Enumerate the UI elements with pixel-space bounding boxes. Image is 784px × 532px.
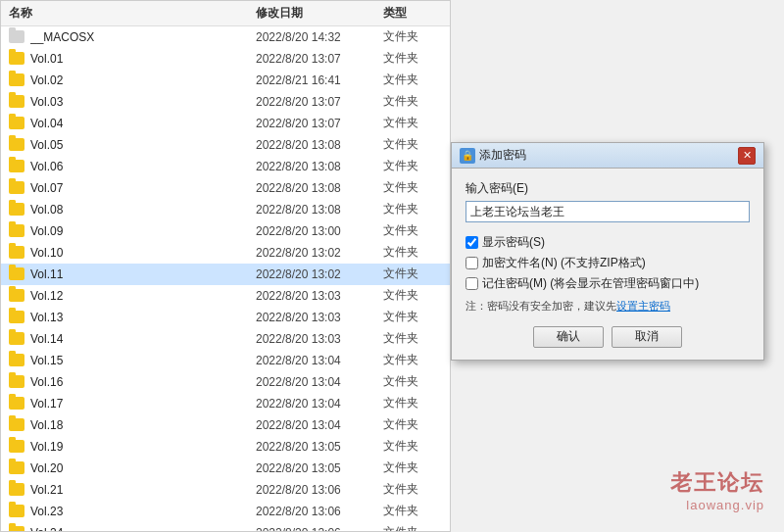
table-row[interactable]: Vol.192022/8/20 13:05文件夹 [1, 436, 450, 458]
table-row[interactable]: Vol.072022/8/20 13:08文件夹 [1, 177, 450, 199]
file-list-container[interactable]: 名称 修改日期 类型 __MACOSX2022/8/20 14:32文件夹Vol… [0, 0, 451, 532]
folder-icon [9, 354, 28, 366]
file-date: 2022/8/20 13:03 [256, 332, 383, 346]
file-name: Vol.06 [30, 160, 256, 173]
watermark-english: laowang.vip [670, 498, 764, 512]
file-type: 文件夹 [383, 244, 442, 261]
file-date: 2022/8/20 13:07 [256, 95, 383, 109]
table-row[interactable]: __MACOSX2022/8/20 14:32文件夹 [1, 26, 450, 48]
table-row[interactable]: Vol.082022/8/20 13:08文件夹 [1, 199, 450, 220]
file-type: 文件夹 [383, 524, 442, 532]
cancel-button[interactable]: 取消 [612, 326, 682, 348]
file-name: Vol.24 [30, 526, 256, 533]
table-row[interactable]: Vol.112022/8/20 13:02文件夹 [1, 264, 450, 285]
col-header-date: 修改日期 [256, 5, 383, 22]
master-password-link[interactable]: 设置主密码 [616, 300, 670, 312]
table-row[interactable]: Vol.152022/8/20 13:04文件夹 [1, 350, 450, 371]
folder-icon [9, 95, 28, 108]
file-type: 文件夹 [383, 373, 442, 390]
folder-icon [9, 397, 28, 410]
file-name: Vol.15 [30, 354, 256, 367]
table-row[interactable]: Vol.012022/8/20 13:07文件夹 [1, 48, 450, 70]
file-type: 文件夹 [383, 438, 442, 455]
table-row[interactable]: Vol.042022/8/20 13:07文件夹 [1, 113, 450, 134]
file-name: Vol.23 [30, 505, 256, 518]
table-row[interactable]: Vol.182022/8/20 13:04文件夹 [1, 414, 450, 436]
input-label: 输入密码(E) [466, 180, 750, 197]
folder-icon [9, 224, 28, 237]
file-date: 2022/8/20 13:08 [256, 181, 383, 195]
folder-icon [9, 117, 28, 129]
folder-icon [9, 526, 28, 532]
file-name: Vol.11 [30, 267, 256, 281]
file-type: 文件夹 [383, 50, 442, 67]
table-row[interactable]: Vol.062022/8/20 13:08文件夹 [1, 156, 450, 177]
table-row[interactable]: Vol.232022/8/20 13:06文件夹 [1, 501, 450, 522]
col-header-name: 名称 [9, 5, 256, 22]
folder-icon [9, 311, 28, 323]
file-date: 2022/8/20 14:32 [256, 30, 383, 44]
table-row[interactable]: Vol.092022/8/20 13:00文件夹 [1, 220, 450, 242]
dialog-body: 输入密码(E) 显示密码(S) 加密文件名(N) (不支持ZIP格式) 记住密码… [452, 169, 763, 360]
file-name: Vol.21 [30, 483, 256, 497]
file-date: 2022/8/20 13:08 [256, 138, 383, 152]
file-date: 2022/8/20 13:07 [256, 52, 383, 66]
file-type: 文件夹 [383, 179, 442, 196]
file-type: 文件夹 [383, 158, 442, 174]
file-type: 文件夹 [383, 222, 442, 239]
confirm-button[interactable]: 确认 [533, 326, 604, 348]
checkbox-remember-pwd-row: 记住密码(M) (将会显示在管理密码窗口中) [466, 275, 750, 292]
table-row[interactable]: Vol.142022/8/20 13:03文件夹 [1, 328, 450, 350]
show-password-checkbox[interactable] [466, 236, 478, 249]
folder-icon [9, 418, 28, 431]
dialog-close-button[interactable]: ✕ [738, 147, 756, 165]
file-name: Vol.20 [30, 461, 256, 475]
table-row[interactable]: Vol.022022/8/21 16:41文件夹 [1, 70, 450, 91]
file-date: 2022/8/20 13:00 [256, 224, 383, 238]
file-name: Vol.10 [30, 246, 256, 260]
password-input[interactable] [466, 201, 750, 222]
table-row[interactable]: Vol.122022/8/20 13:03文件夹 [1, 285, 450, 307]
col-header-type: 类型 [383, 5, 442, 22]
dialog-icon: 🔒 [460, 148, 475, 164]
file-rows: __MACOSX2022/8/20 14:32文件夹Vol.012022/8/2… [1, 26, 450, 532]
folder-icon [9, 461, 28, 474]
file-name: Vol.13 [30, 311, 256, 324]
file-type: 文件夹 [383, 93, 442, 110]
folder-icon [9, 505, 28, 517]
file-date: 2022/8/20 13:06 [256, 483, 383, 497]
file-type: 文件夹 [383, 503, 442, 519]
folder-icon [9, 289, 28, 302]
folder-icon [9, 483, 28, 496]
file-type: 文件夹 [383, 352, 442, 368]
table-row[interactable]: Vol.102022/8/20 13:02文件夹 [1, 242, 450, 264]
dialog-buttons: 确认 取消 [466, 326, 750, 348]
file-name: Vol.04 [30, 117, 256, 130]
table-row[interactable]: Vol.202022/8/20 13:05文件夹 [1, 458, 450, 479]
table-row[interactable]: Vol.242022/8/20 13:06文件夹 [1, 522, 450, 532]
file-type: 文件夹 [383, 28, 442, 45]
file-type: 文件夹 [383, 330, 442, 347]
encrypt-name-checkbox[interactable] [466, 257, 478, 269]
file-name: Vol.01 [30, 52, 256, 66]
folder-icon [9, 138, 28, 151]
folder-icon [9, 440, 28, 453]
table-row[interactable]: Vol.132022/8/20 13:03文件夹 [1, 307, 450, 328]
table-row[interactable]: Vol.032022/8/20 13:07文件夹 [1, 91, 450, 113]
remember-password-checkbox[interactable] [466, 277, 478, 290]
file-type: 文件夹 [383, 115, 442, 131]
folder-icon [9, 375, 28, 388]
file-date: 2022/8/20 13:04 [256, 354, 383, 367]
file-name: Vol.17 [30, 397, 256, 411]
file-name: Vol.16 [30, 375, 256, 389]
file-type: 文件夹 [383, 309, 442, 325]
table-row[interactable]: Vol.162022/8/20 13:04文件夹 [1, 371, 450, 393]
table-row[interactable]: Vol.052022/8/20 13:08文件夹 [1, 134, 450, 156]
folder-icon [9, 30, 28, 43]
table-row[interactable]: Vol.172022/8/20 13:04文件夹 [1, 393, 450, 414]
folder-icon [9, 203, 28, 216]
file-type: 文件夹 [383, 201, 442, 218]
file-date: 2022/8/20 13:03 [256, 289, 383, 303]
table-row[interactable]: Vol.212022/8/20 13:06文件夹 [1, 479, 450, 501]
remember-password-label: 记住密码(M) (将会显示在管理密码窗口中) [482, 275, 699, 292]
